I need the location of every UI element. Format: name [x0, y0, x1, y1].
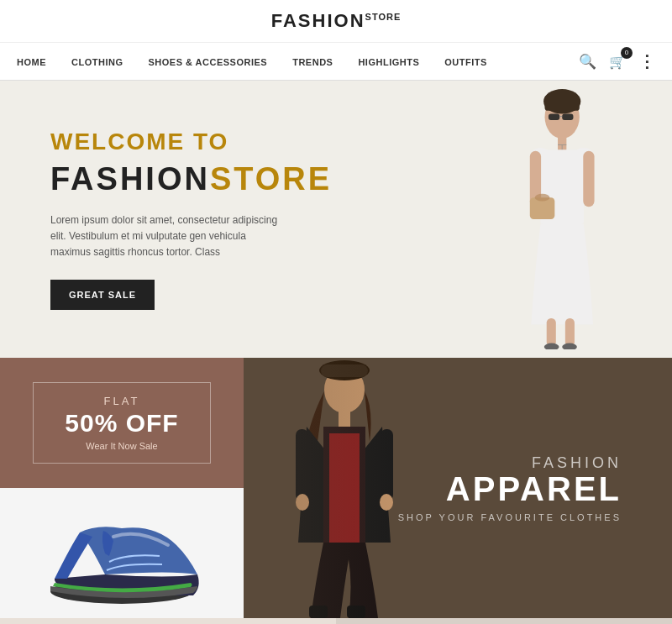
nav-link-trends[interactable]: TRENDS	[292, 57, 333, 67]
promo-fashion-label: FASHION	[398, 454, 622, 472]
shoe-illustration	[38, 495, 206, 612]
promo-shoe-box[interactable]	[0, 488, 244, 618]
cart-badge: 0	[621, 47, 633, 59]
nav-item-highlights[interactable]: HIGHLIGHTS	[358, 54, 419, 69]
promo-percent-label: 50% OFF	[65, 411, 178, 436]
promo-left-column: FLAT 50% OFF Wear It Now Sale	[0, 358, 244, 618]
svg-point-20	[562, 343, 577, 349]
menu-icon[interactable]: ⋮	[638, 51, 655, 71]
fashion-person-svg	[494, 89, 630, 349]
hero-title: FASHIONSTORE	[50, 162, 286, 197]
hero-title-store: STORE	[210, 161, 332, 197]
bottom-card-2[interactable]	[336, 618, 672, 624]
main-navbar: HOME CLOTHING SHOES & ACCESSORIES TRENDS…	[0, 43, 672, 81]
great-sale-button[interactable]: GREAT SALE	[50, 280, 155, 310]
hero-banner: WELCOME TO FASHIONSTORE Lorem ipsum dolo…	[0, 81, 672, 358]
nav-link-highlights[interactable]: HIGHLIGHTS	[358, 57, 419, 67]
svg-rect-2	[544, 95, 579, 110]
logo-store-small: STORE	[365, 12, 402, 22]
promo-shop-label: SHOP YOUR FAVOURITE CLOTHES	[398, 512, 622, 522]
promo-right-content: FASHION APPAREL SHOP YOUR FAVOURITE CLOT…	[398, 454, 622, 522]
nav-link-clothing[interactable]: CLOTHING	[71, 57, 123, 67]
nav-link-home[interactable]: HOME	[17, 57, 46, 67]
svg-rect-18	[565, 318, 575, 346]
nav-item-home[interactable]: HOME	[17, 54, 46, 69]
svg-point-16	[534, 194, 549, 202]
hero-content: WELCOME TO FASHIONSTORE Lorem ipsum dolo…	[0, 95, 336, 343]
nav-item-clothing[interactable]: CLOTHING	[71, 54, 123, 69]
promo-flat-label: FLAT	[104, 395, 140, 407]
svg-rect-14	[583, 151, 594, 207]
hero-title-fashion: FASHION	[50, 161, 210, 197]
promo-sale-box[interactable]: FLAT 50% OFF Wear It Now Sale	[0, 358, 244, 488]
svg-rect-3	[549, 114, 559, 120]
svg-rect-4	[562, 114, 573, 120]
promo-right-panel[interactable]: FASHION APPAREL SHOP YOUR FAVOURITE CLOT…	[244, 358, 672, 618]
svg-rect-17	[546, 318, 555, 346]
nav-item-trends[interactable]: TRENDS	[292, 54, 333, 69]
site-header: FASHIONSTORE	[0, 0, 672, 43]
hero-person-illustration	[494, 81, 630, 358]
nav-icons-group: 🔍 🛒 0 ⋮	[579, 51, 655, 71]
promo-section: FLAT 50% OFF Wear It Now Sale	[0, 358, 672, 618]
promo-wear-label: Wear It Now Sale	[86, 441, 157, 451]
hero-welcome-text: WELCOME TO	[50, 128, 286, 155]
nav-link-outfits[interactable]: OUTFITS	[444, 57, 487, 67]
cart-icon[interactable]: 🛒 0	[609, 54, 626, 70]
promo-sale-inner: FLAT 50% OFF Wear It Now Sale	[33, 382, 212, 464]
nav-item-shoes[interactable]: SHOES & ACCESSORIES	[148, 54, 267, 69]
bottom-row	[0, 618, 672, 624]
promo-apparel-label: APPAREL	[398, 472, 622, 506]
hero-image-area	[302, 81, 672, 358]
logo-fashion: FASHION	[271, 10, 365, 31]
hero-description: Lorem ipsum dolor sit amet, consectetur …	[50, 212, 286, 261]
search-icon[interactable]: 🔍	[579, 53, 596, 71]
shoe-svg	[38, 499, 206, 608]
site-logo: FASHIONSTORE	[271, 10, 402, 32]
svg-point-19	[543, 343, 559, 349]
bottom-card-1[interactable]	[0, 618, 336, 624]
nav-link-shoes[interactable]: SHOES & ACCESSORIES	[148, 57, 267, 67]
nav-item-outfits[interactable]: OUTFITS	[444, 54, 487, 69]
nav-links-list: HOME CLOTHING SHOES & ACCESSORIES TRENDS…	[17, 54, 487, 69]
